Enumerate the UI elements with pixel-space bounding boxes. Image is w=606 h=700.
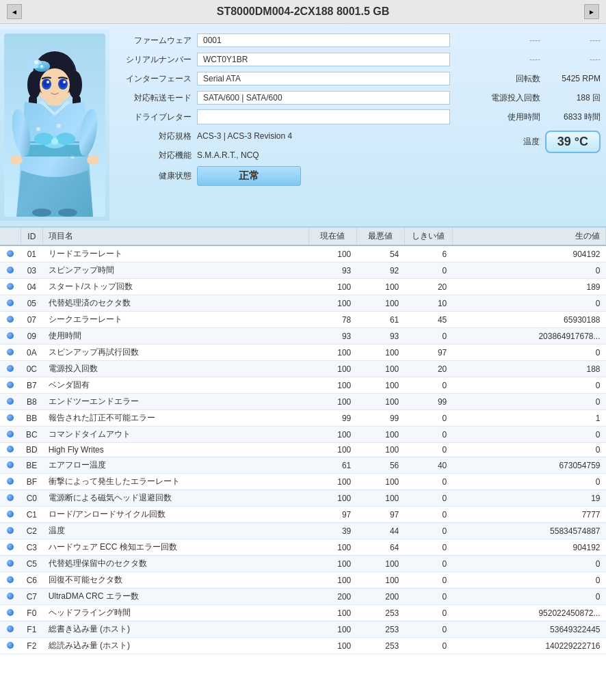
smart-table-container: ID 項目名 現在値 最悪値 しきい値 生の値 01 リードエラーレート 100… <box>0 228 606 654</box>
id-cell: F2 <box>21 638 43 654</box>
svg-point-30 <box>34 133 53 145</box>
status-dot <box>7 250 14 257</box>
status-dot <box>7 560 14 567</box>
status-dot <box>7 283 14 290</box>
id-cell: C2 <box>21 523 43 539</box>
id-cell: C6 <box>21 572 43 589</box>
status-dot <box>7 446 14 453</box>
svg-point-31 <box>56 133 75 145</box>
dot-cell <box>0 345 21 361</box>
dot-cell <box>0 457 21 474</box>
dot-cell <box>0 621 21 638</box>
worst-cell: 56 <box>356 457 404 474</box>
table-row: BD High Fly Writes 100 100 0 0 <box>0 443 606 457</box>
dot-cell <box>0 638 21 654</box>
current-cell: 100 <box>308 474 356 490</box>
svg-point-14 <box>47 81 49 83</box>
id-cell: BC <box>21 427 43 443</box>
dash-row-2: ---- ---- <box>461 51 601 68</box>
worst-cell: 100 <box>356 295 404 312</box>
worst-cell: 100 <box>356 556 404 572</box>
raw-cell: 1 <box>452 410 605 427</box>
status-dot <box>7 593 14 600</box>
table-row: C2 温度 39 44 0 55834574887 <box>0 523 606 539</box>
spec-label: 対応規格 <box>115 131 197 142</box>
table-row: BE エアフロー温度 61 56 40 673054759 <box>0 457 606 474</box>
threshold-cell: 0 <box>404 638 452 654</box>
worst-cell: 253 <box>356 605 404 621</box>
current-cell: 100 <box>308 539 356 556</box>
raw-cell: 0 <box>452 474 605 490</box>
current-cell: 100 <box>308 295 356 312</box>
raw-cell: 904192 <box>452 539 605 556</box>
table-row: 09 使用時間 93 93 0 203864917678... <box>0 328 606 345</box>
worst-cell: 100 <box>356 427 404 443</box>
temp-label: 温度 <box>523 136 545 148</box>
dot-cell <box>0 523 21 539</box>
table-row: C6 回復不可能セクタ数 100 100 0 0 <box>0 572 606 589</box>
status-dot <box>7 543 14 550</box>
dot-cell <box>0 328 21 345</box>
dot-cell <box>0 394 21 410</box>
prev-button[interactable]: ◄ <box>7 4 22 19</box>
name-cell: ベンダ固有 <box>43 377 309 394</box>
worst-cell: 100 <box>356 490 404 507</box>
id-cell: BB <box>21 410 43 427</box>
name-cell: スタート/ストップ回数 <box>43 279 309 295</box>
current-cell: 100 <box>308 377 356 394</box>
threshold-cell: 0 <box>404 621 452 638</box>
dash-1: ---- <box>529 36 546 45</box>
worst-cell: 100 <box>356 361 404 377</box>
threshold-cell: 0 <box>404 410 452 427</box>
name-cell: 電源断による磁気ヘッド退避回数 <box>43 490 309 507</box>
name-cell: UltraDMA CRC エラー数 <box>43 589 309 605</box>
current-cell: 100 <box>308 638 356 654</box>
dot-cell <box>0 490 21 507</box>
spec-row: 対応規格 ACS-3 | ACS-3 Revision 4 <box>115 128 450 144</box>
status-dot <box>7 332 14 339</box>
next-button[interactable]: ► <box>584 4 599 19</box>
status-dot <box>7 511 14 517</box>
table-row: C5 代替処理保留中のセクタ数 100 100 0 0 <box>0 556 606 572</box>
table-row: C1 ロード/アンロードサイクル回数 97 97 0 7777 <box>0 507 606 523</box>
status-dot <box>7 642 14 649</box>
table-row: 0C 電源投入回数 100 100 20 188 <box>0 361 606 377</box>
id-cell: 01 <box>21 245 43 262</box>
dot-cell <box>0 295 21 312</box>
svg-point-35 <box>10 155 23 165</box>
current-cell: 100 <box>308 345 356 361</box>
worst-cell: 100 <box>356 394 404 410</box>
worst-cell: 92 <box>356 262 404 279</box>
dash-2: ---- <box>529 55 546 64</box>
id-cell: 0C <box>21 361 43 377</box>
page-title: ST8000DM004-2CX188 8001.5 GB <box>22 5 584 18</box>
transfer-row: 対応転送モード SATA/600 | SATA/600 <box>115 90 450 106</box>
dot-cell <box>0 410 21 427</box>
threshold-cell: 0 <box>404 539 452 556</box>
dot-cell <box>0 377 21 394</box>
dash-1-val: ---- <box>546 36 601 45</box>
svg-point-12 <box>43 79 50 88</box>
worst-cell: 100 <box>356 345 404 361</box>
status-dot <box>7 494 14 501</box>
table-row: C0 電源断による磁気ヘッド退避回数 100 100 0 19 <box>0 490 606 507</box>
threshold-cell: 0 <box>404 589 452 605</box>
firmware-row: ファームウェア 0001 <box>115 32 450 49</box>
dot-cell <box>0 312 21 328</box>
raw-cell: 55834574887 <box>452 523 605 539</box>
threshold-cell: 0 <box>404 507 452 523</box>
threshold-cell: 0 <box>404 262 452 279</box>
current-cell: 39 <box>308 523 356 539</box>
threshold-cell: 0 <box>404 605 452 621</box>
raw-cell: 65930188 <box>452 312 605 328</box>
worst-cell: 64 <box>356 539 404 556</box>
table-row: 03 スピンアップ時間 93 92 0 0 <box>0 262 606 279</box>
dot-cell <box>0 556 21 572</box>
dot-cell <box>0 279 21 295</box>
table-row: BC コマンドタイムアウト 100 100 0 0 <box>0 427 606 443</box>
name-cell: 代替処理済のセクタ数 <box>43 295 309 312</box>
id-cell: F0 <box>21 605 43 621</box>
dot-cell <box>0 361 21 377</box>
threshold-cell: 10 <box>404 295 452 312</box>
table-row: 01 リードエラーレート 100 54 6 904192 <box>0 245 606 262</box>
